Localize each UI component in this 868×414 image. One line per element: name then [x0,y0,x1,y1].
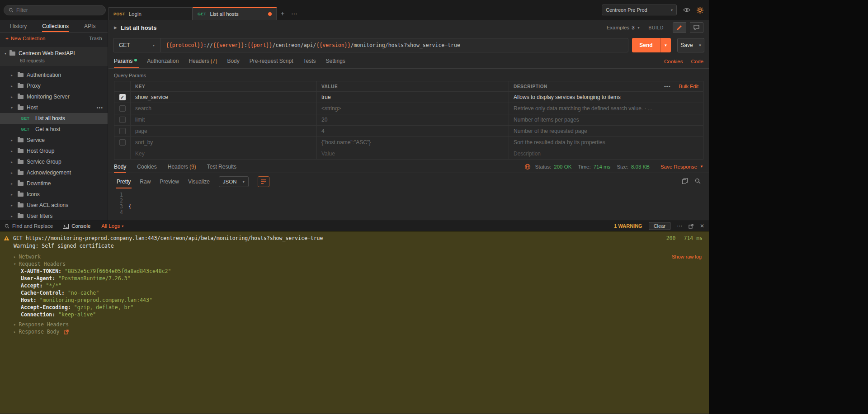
tab-settings[interactable]: Settings [321,58,350,68]
checkbox-unchecked[interactable] [119,128,126,134]
sidebar-folder-acknowledgement[interactable]: ▸Acknowledgement [0,167,108,178]
new-collection-button[interactable]: +New Collection [5,36,45,41]
response-tab-body[interactable]: Body [114,160,126,173]
find-and-replace-button[interactable]: Find and Replace [5,223,53,229]
collection-header[interactable]: ▾ Centreon Web RestAPI 60 requests [0,47,108,66]
trash-button[interactable]: Trash [89,36,102,41]
table-options-icon[interactable]: ••• [664,84,671,89]
param-value[interactable]: true [317,92,509,103]
param-value[interactable]: 20 [317,114,509,125]
param-value[interactable]: 4 [317,126,509,136]
param-value-placeholder[interactable]: Value [317,148,509,159]
sidebar-folder-host-group[interactable]: ▸Host Group [0,146,108,156]
sidebar-folder-monitoring-server[interactable]: ▸Monitoring Server [0,91,108,102]
tab-params[interactable]: Params [114,58,142,68]
tab-tests[interactable]: Tests [298,58,321,68]
view-tab-pretty[interactable]: Pretty [117,179,131,185]
view-tab-preview[interactable]: Preview [160,179,179,185]
sidebar-folder-proxy[interactable]: ▸Proxy [0,80,108,91]
param-key[interactable]: sort_by [131,137,317,148]
send-button[interactable]: Send [632,38,660,52]
tab-headers[interactable]: Headers(7) [184,58,222,68]
sidebar-tab-history[interactable]: History [10,20,27,32]
close-console-button[interactable]: ✕ [700,223,704,229]
console-request-entry[interactable]: GET https://monitoring-preprod.company.l… [0,234,709,242]
console-group-response-headers[interactable]: ▸Response Headers [0,321,709,328]
param-value[interactable]: <string> [317,103,509,114]
response-body-viewer[interactable]: 1 2 3 4 { "result": [ { "id": 174, [108,188,709,221]
filter-input[interactable] [16,7,101,13]
cookies-link[interactable]: Cookies [664,59,683,64]
view-tab-raw[interactable]: Raw [140,179,151,185]
save-button[interactable]: Save [677,38,696,52]
param-description[interactable]: Allows to display services belonging to … [509,92,703,103]
method-select[interactable]: GET ▾ [113,38,160,52]
environment-preview-button[interactable] [683,7,690,13]
log-filter-dropdown[interactable]: All Logs ▾ [101,223,123,229]
param-description[interactable]: Retrieve only data matching the defined … [509,103,703,114]
response-tab-cookies[interactable]: Cookies [137,160,156,173]
param-key-placeholder[interactable]: Key [131,148,317,159]
environment-select[interactable]: Centreon Pre Prod ▾ [602,5,677,15]
search-response-button[interactable] [695,178,701,186]
param-key[interactable]: limit [131,114,317,125]
wrap-lines-button[interactable] [258,176,269,187]
external-link-icon[interactable] [64,329,69,334]
save-response-button[interactable]: Save Response [660,164,697,169]
checkbox-unchecked[interactable] [119,139,126,146]
param-key[interactable]: search [131,103,317,114]
view-tab-visualize[interactable]: Visualize [188,179,210,185]
new-tab-button[interactable]: + [277,7,288,20]
save-options-button[interactable]: ▼ [696,38,704,52]
checkbox-unchecked[interactable] [119,105,126,112]
param-key[interactable]: show_service [131,92,317,103]
param-description[interactable]: Sort the resulted data by its properties [509,137,703,148]
param-description[interactable]: Number of the requested page [509,126,703,136]
sidebar-request-get-a-host[interactable]: GETGet a host [0,124,108,135]
sidebar-request-list-all-hosts[interactable]: GETList all hosts [0,113,108,124]
sidebar-folder-service[interactable]: ▸Service [0,135,108,146]
param-key[interactable]: page [131,126,317,136]
console-tab[interactable]: Console [63,223,90,229]
console-group-network[interactable]: ▸Network [0,253,709,260]
sidebar-folder-service-group[interactable]: ▸Service Group [0,156,108,167]
comments-button[interactable] [690,22,703,33]
settings-button[interactable] [697,7,703,14]
console-group-response-body[interactable]: ▸Response Body [0,328,709,335]
sidebar-folder-user-acl-actions[interactable]: ▸User ACL actions [0,200,108,211]
network-warning-icon[interactable] [524,164,531,170]
sidebar-tab-collections[interactable]: Collections [42,20,69,32]
sidebar-folder-authentication[interactable]: ▸Authentication [0,70,108,80]
checkbox-unchecked[interactable] [119,117,126,123]
tab-authorization[interactable]: Authorization [142,58,184,68]
sidebar-folder-user-filters[interactable]: ▸User filters [0,211,108,221]
console-options-button[interactable]: ⋯ [677,223,682,229]
copy-button[interactable] [682,178,688,186]
response-tab-headers[interactable]: Headers(9) [168,160,196,173]
console-group-request-headers[interactable]: ▾Request Headers [0,260,709,268]
tab-pre-request-script[interactable]: Pre-request Script [245,58,298,68]
format-select[interactable]: JSON ▾ [219,176,249,187]
param-description-placeholder[interactable]: Description [509,148,703,159]
tab-options-button[interactable]: ⋯ [288,7,300,20]
checkbox-checked[interactable]: ✓ [119,94,126,100]
sidebar-folder-downtime[interactable]: ▸Downtime [0,178,108,189]
sidebar-folder-icons[interactable]: ▸Icons [0,189,108,200]
tab-body[interactable]: Body [222,58,244,68]
show-raw-log-link[interactable]: Show raw log [672,254,702,259]
clear-console-button[interactable]: Clear [649,222,670,230]
request-tab-list-all-hosts[interactable]: GET List all hosts [193,7,277,20]
response-tab-test-results[interactable]: Test Results [207,160,236,173]
code-link[interactable]: Code [691,59,704,64]
send-options-button[interactable]: ▼ [660,38,671,52]
bulk-edit-link[interactable]: Bulk Edit [679,84,698,89]
edit-button[interactable] [673,22,686,33]
url-input[interactable]: {{protocol}}://{{server}}:{{port}}/centr… [160,38,628,52]
param-value[interactable]: {"host.name":"ASC"} [317,137,509,148]
param-description[interactable]: Number of items per pages [509,114,703,125]
filter-box[interactable] [4,5,106,15]
chevron-right-icon[interactable]: ▶ [114,25,117,30]
request-tab-login[interactable]: POST Login [108,7,193,20]
examples-dropdown[interactable]: Examples 3 ▾ [607,25,640,30]
sidebar-folder-host[interactable]: ▾Host••• [0,102,108,113]
